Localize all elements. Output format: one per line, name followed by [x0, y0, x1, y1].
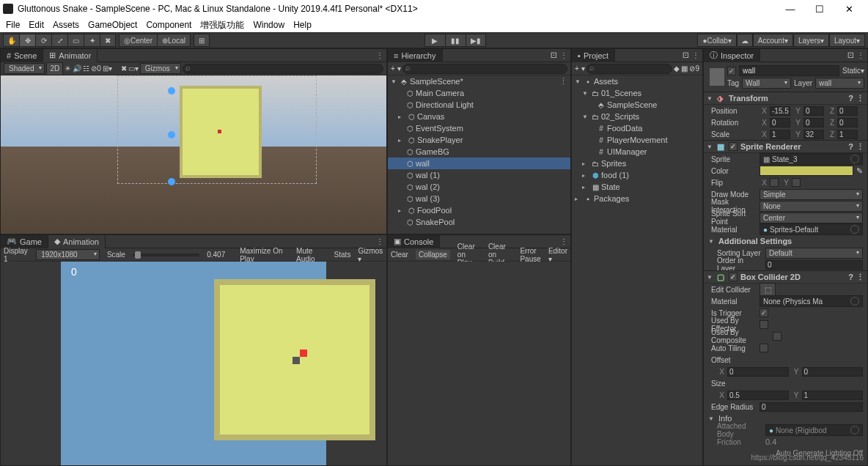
scale-slider[interactable]: [133, 254, 199, 256]
resolution-dropdown[interactable]: 1920x1080: [36, 249, 100, 260]
layers-dropdown[interactable]: Layers ▾: [793, 34, 829, 47]
menu-edit[interactable]: Edit: [29, 20, 44, 30]
project-folder[interactable]: ▸🗀Sprites: [572, 158, 702, 169]
pause-button[interactable]: ▮▮: [445, 34, 466, 47]
gameobject-icon[interactable]: [710, 68, 724, 86]
component-enabled-checkbox[interactable]: ✓: [729, 273, 738, 281]
create-dropdown[interactable]: + ▾: [575, 64, 585, 73]
tab-inspector[interactable]: ⓘInspector: [704, 49, 760, 62]
physics-material-field[interactable]: None (Physics Ma: [760, 295, 863, 307]
layout-dropdown[interactable]: Layout ▾: [829, 34, 865, 47]
stats-toggle[interactable]: Stats: [334, 251, 351, 259]
maximize-toggle[interactable]: Maximize On Play: [240, 247, 289, 263]
cloud-button[interactable]: ☁: [737, 34, 753, 47]
offset-x[interactable]: 0: [727, 367, 789, 377]
collab-dropdown[interactable]: ● Collab ▾: [697, 34, 736, 47]
object-picker-icon[interactable]: [850, 155, 859, 163]
name-field[interactable]: [739, 65, 839, 76]
menu-enhanced[interactable]: 增强版功能: [200, 19, 244, 32]
mute-toggle[interactable]: Mute Audio: [296, 247, 327, 263]
component-menu-icon[interactable]: ⋮: [856, 273, 864, 282]
scale-x[interactable]: 1: [770, 130, 790, 139]
account-dropdown[interactable]: Account ▾: [753, 34, 793, 47]
object-picker-icon[interactable]: [850, 225, 859, 234]
object-picker-icon[interactable]: [850, 297, 859, 306]
offset-y[interactable]: 0: [802, 367, 864, 377]
project-item[interactable]: ⬘SampleScene: [572, 99, 702, 111]
help-icon[interactable]: ?: [848, 94, 853, 103]
tag-dropdown[interactable]: Wall: [742, 78, 791, 89]
project-item[interactable]: #PlayerMovement: [572, 134, 702, 146]
pos-y[interactable]: 0: [803, 106, 824, 116]
rect-tool[interactable]: ▭: [67, 34, 84, 47]
gizmos-dropdown[interactable]: Gizmos: [140, 63, 181, 74]
project-item[interactable]: ▸⬢food (1): [572, 169, 702, 181]
game-viewport[interactable]: 0: [61, 262, 326, 465]
lock-icon[interactable]: ⚀: [551, 51, 557, 59]
shading-dropdown[interactable]: Shaded: [4, 63, 45, 74]
space-toggle[interactable]: ⊕Local: [157, 34, 191, 47]
edit-collider-button[interactable]: ⬚: [760, 283, 776, 296]
collapse-toggle[interactable]: Collapse: [416, 250, 450, 259]
rot-y[interactable]: 0: [803, 118, 824, 127]
minimize-button[interactable]: —: [780, 4, 801, 15]
active-checkbox[interactable]: ✓: [727, 67, 736, 75]
tab-hierarchy[interactable]: ≡Hierarchy: [388, 49, 443, 62]
menu-component[interactable]: Component: [146, 20, 191, 30]
display-dropdown[interactable]: Display 1: [4, 247, 29, 263]
filter-type-icon[interactable]: ▦: [681, 64, 688, 73]
hierarchy-item[interactable]: ⬡SnakePool: [388, 216, 570, 228]
panel-menu-icon[interactable]: ⋮: [376, 51, 383, 59]
component-menu-icon[interactable]: ⋮: [856, 142, 864, 152]
static-dropdown[interactable]: Static▾: [842, 67, 864, 75]
game-gizmos-dropdown[interactable]: Gizmos ▾: [358, 247, 383, 263]
panel-menu-icon[interactable]: ⋮: [560, 237, 567, 245]
tab-scene[interactable]: #Scene: [1, 49, 43, 62]
draw-mode-dropdown[interactable]: Simple: [760, 189, 863, 200]
transform-tool[interactable]: ✦: [84, 34, 100, 47]
hierarchy-item[interactable]: ▸⬡FoodPool: [388, 204, 570, 216]
size-x[interactable]: 0.5: [727, 391, 789, 400]
eyedropper-icon[interactable]: ✎: [856, 166, 863, 176]
rot-x[interactable]: 0: [770, 118, 790, 127]
panel-menu-icon[interactable]: ⋮: [857, 51, 864, 59]
box-collider-component[interactable]: ▼▢ ✓ Box Collider 2D ?⋮: [704, 270, 867, 284]
sort-point-dropdown[interactable]: Center: [760, 212, 863, 223]
hierarchy-item[interactable]: ▸⬡Canvas: [388, 111, 570, 122]
flip-y[interactable]: [792, 178, 801, 187]
project-packages[interactable]: ▸▪Packages: [572, 193, 702, 204]
hierarchy-item[interactable]: ⬡wal (3): [388, 193, 570, 204]
project-item[interactable]: #UIManager: [572, 146, 702, 158]
gizmo-size-icon[interactable]: ▭▾: [128, 64, 139, 73]
menu-file[interactable]: File: [6, 20, 20, 30]
editor-dropdown[interactable]: Editor ▾: [548, 247, 567, 263]
scene-viewport[interactable]: [1, 75, 386, 234]
menu-assets[interactable]: Assets: [53, 20, 79, 30]
rot-z[interactable]: 0: [837, 118, 858, 127]
move-tool[interactable]: ✥: [19, 34, 35, 47]
color-field[interactable]: [760, 166, 853, 176]
tab-animator[interactable]: ⊞Animator: [43, 49, 98, 62]
order-field[interactable]: 0: [765, 260, 863, 270]
project-assets[interactable]: ▼▪Assets: [572, 75, 702, 87]
auto-tiling-checkbox[interactable]: [760, 344, 768, 352]
layer-dropdown[interactable]: wall: [815, 78, 864, 89]
pos-x[interactable]: -15.5: [770, 106, 790, 116]
close-button[interactable]: ✕: [839, 4, 859, 15]
flip-x[interactable]: [770, 178, 779, 187]
hidden-icon[interactable]: ⊘0: [91, 64, 101, 73]
used-by-composite-checkbox[interactable]: [773, 332, 781, 341]
hierarchy-item[interactable]: ⬡GameBG: [388, 146, 570, 158]
tab-project[interactable]: ▪Project: [572, 49, 615, 62]
maximize-button[interactable]: ☐: [809, 4, 830, 15]
help-icon[interactable]: ?: [848, 142, 853, 151]
component-enabled-checkbox[interactable]: ✓: [729, 142, 738, 151]
rotate-tool[interactable]: ⟳: [35, 34, 51, 47]
scale-tool[interactable]: ⤢: [51, 34, 67, 47]
clear-button[interactable]: Clear: [391, 251, 408, 259]
fx-icon[interactable]: ☷: [83, 64, 89, 73]
hierarchy-item[interactable]: ⬡wal (1): [388, 169, 570, 181]
pivot-toggle[interactable]: ◎Center: [119, 34, 157, 47]
is-trigger-checkbox[interactable]: ✓: [760, 308, 768, 317]
2d-toggle[interactable]: 2D: [46, 62, 63, 75]
